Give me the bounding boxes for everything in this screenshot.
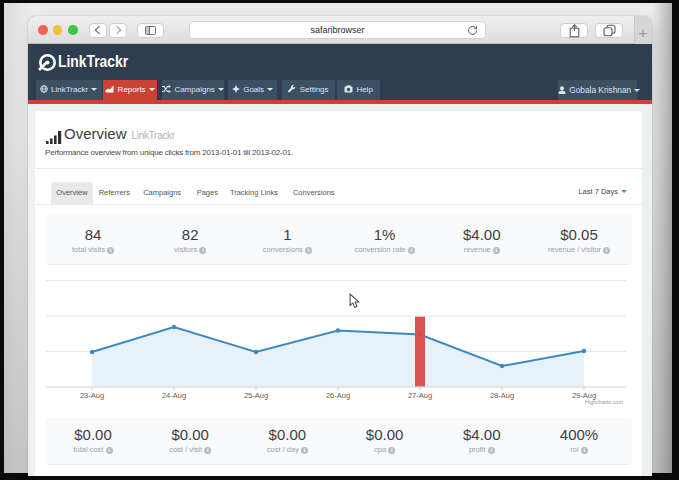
svg-text:Highcharts.com: Highcharts.com [585, 399, 624, 405]
svg-text:27-Aug: 27-Aug [408, 391, 432, 400]
svg-text:25-Aug: 25-Aug [244, 391, 268, 400]
svg-text:28-Aug: 28-Aug [490, 391, 514, 400]
svg-text:24-Aug: 24-Aug [162, 391, 186, 400]
svg-text:23-Aug: 23-Aug [80, 391, 104, 400]
svg-text:26-Aug: 26-Aug [326, 391, 350, 400]
